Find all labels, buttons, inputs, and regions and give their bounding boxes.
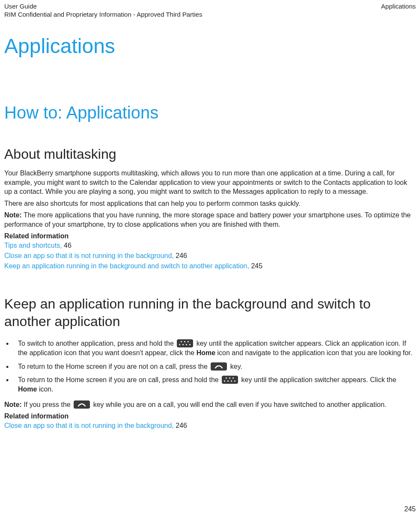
header-chapter: Applications bbox=[381, 3, 416, 19]
keep-heading: Keep an application running in the backg… bbox=[4, 295, 416, 330]
about-note: Note: The more applications that you hav… bbox=[4, 211, 416, 229]
page-header: User Guide RIM Confidential and Propriet… bbox=[4, 3, 416, 19]
text-segment: key. bbox=[230, 363, 242, 370]
instruction-list: To switch to another application, press … bbox=[4, 339, 416, 394]
text-segment: key until the application switcher appea… bbox=[241, 376, 396, 383]
text-segment: To return to the Home screen if you are … bbox=[18, 363, 209, 370]
end-key-icon bbox=[74, 400, 90, 409]
text-segment: If you press the bbox=[22, 401, 72, 408]
list-item: To return to the Home screen if you are … bbox=[4, 362, 416, 371]
link-page-ref: 46 bbox=[64, 242, 71, 249]
menu-key-icon bbox=[177, 339, 193, 347]
menu-key-icon bbox=[222, 376, 238, 384]
about-paragraph-1: Your BlackBerry smartphone supports mult… bbox=[4, 169, 416, 196]
end-key-icon bbox=[211, 362, 227, 371]
link-page-ref: 245 bbox=[251, 262, 262, 270]
list-item: To switch to another application, press … bbox=[4, 339, 416, 358]
home-label: Home bbox=[18, 386, 37, 393]
related-link-row: Tips and shortcuts, 46 bbox=[4, 241, 416, 250]
text-segment: To switch to another application, press … bbox=[18, 340, 176, 347]
page-title: Applications bbox=[4, 34, 416, 58]
page-number: 245 bbox=[404, 505, 416, 513]
link-close-app[interactable]: Close an app so that it is not running i… bbox=[4, 422, 174, 429]
header-confidential: RIM Confidential and Proprietary Informa… bbox=[4, 11, 202, 19]
list-item: To return to the Home screen if you are … bbox=[4, 375, 416, 394]
about-heading: About multitasking bbox=[4, 145, 416, 163]
text-segment: To return to the Home screen if you are … bbox=[18, 376, 220, 383]
section-heading: How to: Applications bbox=[4, 103, 416, 122]
about-paragraph-2: There are also shortcuts for most applic… bbox=[4, 199, 416, 208]
link-page-ref: 246 bbox=[176, 252, 187, 259]
related-link-row: Close an app so that it is not running i… bbox=[4, 251, 416, 261]
link-keep-running[interactable]: Keep an application running in the backg… bbox=[4, 262, 249, 270]
header-doc-title: User Guide bbox=[4, 3, 202, 11]
note-label: Note: bbox=[4, 211, 22, 219]
note-body: The more applications that you have runn… bbox=[4, 211, 411, 228]
header-left: User Guide RIM Confidential and Propriet… bbox=[4, 3, 202, 19]
related-link-row: Close an app so that it is not running i… bbox=[4, 421, 416, 430]
link-tips-shortcuts[interactable]: Tips and shortcuts, bbox=[4, 242, 62, 249]
keep-note: Note: If you press the key while you are… bbox=[4, 400, 416, 409]
link-page-ref: 246 bbox=[176, 422, 187, 429]
note-label: Note: bbox=[4, 401, 22, 408]
text-segment: icon and navigate to the application ico… bbox=[217, 349, 412, 356]
text-segment: icon. bbox=[39, 386, 54, 393]
related-info-heading: Related information bbox=[4, 232, 416, 240]
text-segment: key while you are on a call, you will en… bbox=[93, 401, 387, 408]
related-link-row: Keep an application running in the backg… bbox=[4, 261, 416, 271]
home-label: Home bbox=[197, 349, 215, 356]
link-close-app[interactable]: Close an app so that it is not running i… bbox=[4, 252, 174, 259]
related-info-heading: Related information bbox=[4, 412, 416, 420]
